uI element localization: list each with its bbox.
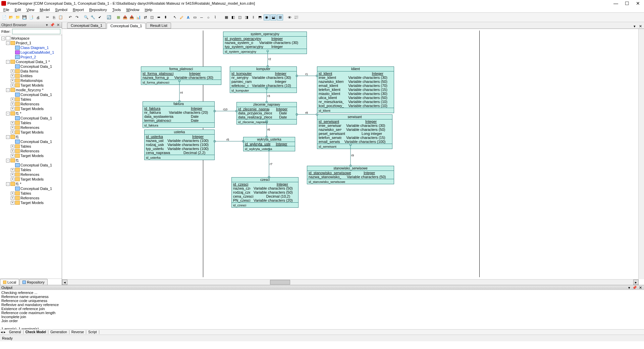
tree-item[interactable]: Conceptual Data_1 <box>1 92 61 97</box>
save-all-button[interactable]: 📑 <box>28 14 34 20</box>
relationship-label[interactable]: r8 <box>305 111 308 114</box>
output-tab-check-model[interactable]: Check Model <box>23 330 49 334</box>
tree-toggle-icon[interactable]: - <box>6 60 10 64</box>
tabs-close-icon[interactable]: ✕ <box>637 24 644 29</box>
entity-serwisant[interactable]: serwisantid_serwisantIntegerimie_serwisa… <box>317 114 392 149</box>
tree-item[interactable]: +Target Models <box>1 200 61 205</box>
tree-item[interactable]: Class Diagram_1 <box>1 45 61 50</box>
tree-toggle-icon[interactable]: + <box>11 192 14 195</box>
align-middle-button[interactable]: ◉ <box>264 14 270 20</box>
tree-item[interactable]: +Target Models <box>1 106 61 111</box>
paste-button[interactable]: 📋 <box>58 14 64 20</box>
tree-item[interactable]: Conceptual Data_1 <box>1 116 61 120</box>
tree-item[interactable]: +References <box>1 125 61 130</box>
entity-system_operacyjny[interactable]: system_operacyjnyid_system_operacyjnyInt… <box>223 32 307 54</box>
tree-toggle-icon[interactable]: + <box>11 84 14 87</box>
tree-toggle-icon[interactable]: + <box>11 98 14 101</box>
save-button[interactable]: 💾 <box>21 14 28 20</box>
menu-view[interactable]: View <box>24 7 37 12</box>
split-v-button[interactable]: ⬍ <box>162 14 168 20</box>
menu-repository[interactable]: Repository <box>87 7 110 12</box>
tree-item[interactable]: Conceptual Data_1 <box>1 186 61 191</box>
compare-button[interactable]: ⇄ <box>142 14 148 20</box>
horizontal-scrollbar[interactable]: ◂ ▸ <box>62 279 639 285</box>
find-button[interactable]: 🔍 <box>83 14 89 20</box>
tree-toggle-icon[interactable]: + <box>11 102 14 106</box>
relationship-label[interactable]: r3 <box>267 94 270 98</box>
tree-item[interactable]: -f1 <box>1 158 61 163</box>
tree-item[interactable]: -f1 * <box>1 111 61 116</box>
entity-faktura[interactable]: fakturaid_fakturaIntegernr_fakturaVariab… <box>143 101 215 128</box>
open-button[interactable]: 📂 <box>8 14 14 20</box>
tree-toggle-icon[interactable]: - <box>6 41 10 45</box>
tree-item[interactable]: Conceptual Data_1 <box>1 64 61 69</box>
scroll-left-button[interactable]: ◂ <box>62 280 67 285</box>
tab-conceptual-data-1b[interactable]: Conceptual Data_1 <box>107 23 146 29</box>
menu-help[interactable]: Help <box>142 7 155 12</box>
tree-item[interactable]: +References <box>1 196 61 200</box>
diagram-button[interactable]: ◫ <box>149 14 155 20</box>
scroll-right-button[interactable]: ▸ <box>633 280 639 285</box>
filter-input[interactable] <box>12 29 60 34</box>
tree-toggle-icon[interactable]: + <box>11 154 14 158</box>
output-pin-icon[interactable]: 📌 <box>632 286 638 290</box>
tree-item[interactable]: -Conceptual Data_1 * <box>1 59 61 64</box>
output-dropdown-icon[interactable]: ▾ <box>628 286 631 290</box>
tree-item[interactable]: +Tables <box>1 167 61 172</box>
print-button[interactable]: 🖨 <box>35 14 41 20</box>
tab-repository[interactable]: Repository <box>19 279 48 285</box>
entity-zlecenie_naprawy[interactable]: zlecenie_naprawyid_zlecenie_naprawyInteg… <box>236 102 297 124</box>
tab-local[interactable]: Local <box>0 279 19 285</box>
menu-tools[interactable]: Tools <box>110 7 124 12</box>
tree-toggle-icon[interactable]: - <box>1 37 5 40</box>
tree-toggle-icon[interactable]: + <box>11 131 14 134</box>
refresh-button[interactable]: 🔄 <box>106 14 112 20</box>
cut-button[interactable]: ✂ <box>44 14 50 20</box>
menu-window[interactable]: Window <box>123 7 142 12</box>
output-nav-left[interactable]: ◂ ▸ <box>1 330 6 334</box>
tree-toggle-icon[interactable]: - <box>6 112 10 115</box>
tree-item[interactable]: Project_2 <box>1 55 61 59</box>
tree-item[interactable]: LogicalDataModel_1 <box>1 50 61 55</box>
menu-report[interactable]: Report <box>70 7 87 12</box>
polyline-tool[interactable]: ⌇ <box>212 14 218 20</box>
entity-stanowisko_serwisowe[interactable]: stanowisko_serwisoweid_stanowisko_serwis… <box>307 166 394 184</box>
redo-button[interactable]: ↷ <box>74 14 80 20</box>
new-button[interactable]: 📄 <box>1 14 7 20</box>
tree-item[interactable]: +Data Items <box>1 69 61 73</box>
print-preview-button[interactable]: 📰 <box>293 14 299 20</box>
tree-toggle-icon[interactable]: + <box>11 178 14 181</box>
import-button[interactable]: 📥 <box>129 14 135 20</box>
relationship-label[interactable]: r10 <box>223 108 227 111</box>
tree-item[interactable]: +Target Models <box>1 177 61 182</box>
font-tool[interactable]: A <box>185 14 191 20</box>
entity-czesci[interactable]: czesciid_czesciIntegernazwa_czesciVariab… <box>231 177 299 208</box>
line-tool[interactable]: ─ <box>199 14 205 20</box>
tree-item[interactable]: Conceptual Data_1 <box>1 139 61 144</box>
tree-item[interactable]: -Project_1 <box>1 41 61 45</box>
tree-toggle-icon[interactable]: + <box>11 74 14 78</box>
tree-toggle-icon[interactable]: + <box>11 168 14 172</box>
tree-item[interactable]: +Tables <box>1 97 61 102</box>
open-project-button[interactable]: 📁 <box>15 14 21 20</box>
tree-item[interactable]: -Workspace <box>1 36 61 41</box>
align-left-button[interactable]: ◧ <box>230 14 236 20</box>
tree-toggle-icon[interactable]: - <box>6 182 10 186</box>
tree-item[interactable]: +References <box>1 149 61 153</box>
tabs-menu-icon[interactable]: ▾ <box>632 24 637 29</box>
tree-toggle-icon[interactable]: + <box>11 121 14 125</box>
tree-toggle-icon[interactable]: - <box>6 135 10 139</box>
tree-item[interactable]: +References <box>1 102 61 106</box>
auto-layout-button[interactable]: ⊞ <box>277 14 283 20</box>
tree-toggle-icon[interactable]: + <box>11 69 14 73</box>
relationship-label[interactable]: r4 <box>180 91 183 94</box>
entity-kliient[interactable]: kliientid_klientIntegerimie_klientVariab… <box>317 66 394 113</box>
relationship-label[interactable]: r2 <box>268 57 271 61</box>
copy-button[interactable]: ⎘ <box>51 14 57 20</box>
vertical-scrollbar[interactable] <box>638 29 644 279</box>
align-top-button[interactable]: ⬒ <box>257 14 263 20</box>
color-tool[interactable]: 🖉 <box>178 14 184 20</box>
ellipse-tool[interactable]: ○ <box>205 14 211 20</box>
menu-symbol[interactable]: Symbol <box>52 7 70 12</box>
tree-toggle-icon[interactable]: + <box>11 149 14 153</box>
